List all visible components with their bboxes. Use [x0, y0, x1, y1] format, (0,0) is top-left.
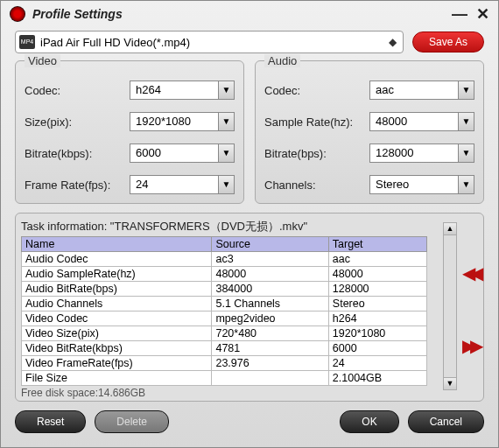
table-row: Audio BitRate(bps)384000128000 — [22, 282, 427, 297]
video-heading: Video — [25, 54, 60, 67]
titlebar: Profile Settings — ✕ — [1, 1, 498, 27]
scroll-down-icon[interactable]: ▼ — [444, 377, 456, 389]
chevron-down-icon: ▼ — [218, 144, 234, 162]
scrollbar[interactable]: ▲ ▼ — [443, 222, 457, 390]
ok-button[interactable]: OK — [340, 410, 398, 433]
prev-button[interactable]: ◀◀ — [457, 262, 478, 284]
chevron-down-icon: ▼ — [458, 176, 474, 193]
task-info-box: Task information: "TRANSFORMERS（DVD无损）.m… — [15, 213, 484, 402]
audio-bitrate-select[interactable]: 128000▼ — [369, 144, 474, 163]
table-row: Video FrameRate(fps)23.97624 — [22, 356, 427, 371]
audio-codec-select[interactable]: aac▼ — [369, 80, 474, 100]
window-title: Profile Settings — [32, 7, 443, 21]
dropdown-icon: ◆ — [385, 36, 401, 48]
col-target: Target — [328, 237, 426, 252]
audio-bitrate-label: Bitrate(bps): — [264, 147, 369, 160]
video-codec-label: Codec: — [25, 84, 130, 97]
chevron-down-icon: ▼ — [458, 144, 474, 162]
video-panel: Video Codec: h264▼ Size(pix): 1920*1080▼… — [15, 60, 244, 204]
mp4-icon: MP4 — [19, 35, 35, 49]
profile-label: iPad Air Full HD Video(*.mp4) — [40, 36, 385, 49]
col-name: Name — [22, 237, 212, 252]
delete-button: Delete — [95, 410, 169, 433]
table-row: Video BitRate(kbps)47816000 — [22, 341, 427, 356]
chevron-down-icon: ▼ — [218, 81, 234, 99]
audio-sample-label: Sample Rate(hz): — [264, 116, 369, 129]
profile-select[interactable]: MP4 iPad Air Full HD Video(*.mp4) ◆ — [15, 31, 404, 53]
table-row: Video Size(pix)720*4801920*1080 — [22, 326, 427, 341]
video-fps-select[interactable]: 24▼ — [130, 175, 235, 194]
table-row: Audio Codecac3aac — [22, 252, 427, 267]
chevron-down-icon: ▼ — [458, 113, 474, 130]
video-codec-select[interactable]: h264▼ — [130, 80, 235, 100]
table-row: Audio SampleRate(hz)4800048000 — [22, 267, 427, 282]
audio-channels-select[interactable]: Stereo▼ — [369, 175, 474, 194]
minimize-button[interactable]: — — [452, 5, 467, 24]
scroll-up-icon[interactable]: ▲ — [444, 223, 456, 235]
video-size-select[interactable]: 1920*1080▼ — [130, 112, 235, 131]
free-disk-label: Free disk space:14.686GB — [21, 387, 427, 399]
chevron-down-icon: ▼ — [458, 81, 474, 99]
next-button[interactable]: ▶▶ — [457, 335, 478, 356]
audio-codec-label: Codec: — [264, 84, 369, 97]
close-button[interactable]: ✕ — [476, 4, 489, 24]
audio-heading: Audio — [264, 54, 300, 67]
video-fps-label: Frame Rate(fps): — [25, 178, 130, 192]
save-as-button[interactable]: Save As — [412, 32, 484, 52]
audio-sample-select[interactable]: 48000▼ — [369, 112, 474, 131]
video-size-label: Size(pix): — [25, 116, 130, 129]
video-bitrate-label: Bitrate(kbps): — [25, 147, 130, 160]
task-table: Name Source Target Audio Codecac3aacAudi… — [21, 236, 427, 386]
reset-button[interactable]: Reset — [15, 410, 86, 433]
chevron-down-icon: ▼ — [218, 176, 234, 193]
audio-panel: Audio Codec: aac▼ Sample Rate(hz): 48000… — [255, 60, 484, 204]
chevron-down-icon: ▼ — [218, 113, 234, 130]
app-icon — [10, 6, 25, 22]
table-row: Audio Channels5.1 ChannelsStereo — [22, 297, 427, 312]
video-bitrate-select[interactable]: 6000▼ — [130, 144, 235, 163]
audio-channels-label: Channels: — [264, 178, 369, 192]
task-title: Task information: "TRANSFORMERS（DVD无损）.m… — [21, 219, 427, 234]
col-source: Source — [212, 237, 328, 252]
table-row: Video Codecmpeg2videoh264 — [22, 312, 427, 326]
table-row: File Size2.1004GB — [22, 371, 427, 386]
cancel-button[interactable]: Cancel — [408, 410, 484, 433]
